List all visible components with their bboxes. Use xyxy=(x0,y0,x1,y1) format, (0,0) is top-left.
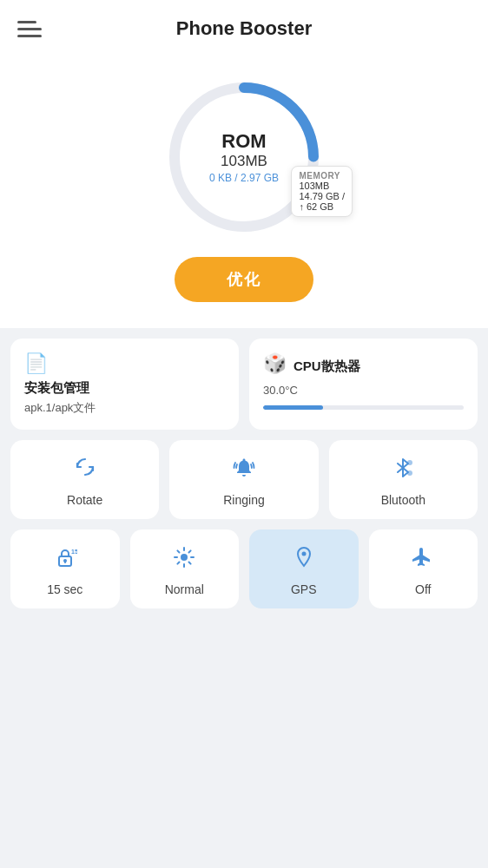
rom-card: ROM 103MB 0 KB / 2.97 GB MEMORY 103MB 14… xyxy=(0,49,488,328)
svg-line-13 xyxy=(178,550,180,552)
mem-line3: ↑ 62 GB xyxy=(299,201,345,212)
cpu-progress-bar xyxy=(263,405,464,410)
bluetooth-label: Blutooth xyxy=(381,493,425,507)
svg-line-16 xyxy=(178,562,180,564)
quick-normal[interactable]: Normal xyxy=(130,529,240,608)
feature-cards-row: 📄 安装包管理 apk.1/apk文件 🎲 CPU散热器 30.0°C xyxy=(0,328,488,430)
gauge-container: ROM 103MB 0 KB / 2.97 GB MEMORY 103MB 14… xyxy=(162,75,326,240)
mem-label: MEMORY xyxy=(299,171,345,181)
quick-ringing[interactable]: Ringing xyxy=(169,440,318,519)
package-title: 安装包管理 xyxy=(24,380,225,397)
rotate-label: Rotate xyxy=(67,493,102,507)
cpu-icon: 🎲 xyxy=(263,352,287,375)
svg-point-3 xyxy=(407,470,412,476)
gauge-sub: 0 KB / 2.97 GB xyxy=(209,172,279,184)
mem-value: 103MB xyxy=(299,181,345,191)
svg-line-15 xyxy=(189,550,191,552)
cpu-temp: 30.0°C xyxy=(263,384,464,397)
svg-text:15: 15 xyxy=(71,549,77,555)
memory-tooltip: MEMORY 103MB 14.79 GB / ↑ 62 GB xyxy=(291,166,353,217)
package-icon: 📄 xyxy=(24,352,225,375)
timer-label: 15 sec xyxy=(47,582,82,596)
quick-gps[interactable]: GPS xyxy=(249,529,359,608)
cpu-title: CPU散热器 xyxy=(293,358,360,375)
page-title: Phone Booster xyxy=(176,17,312,40)
gps-label: GPS xyxy=(291,582,317,596)
svg-rect-6 xyxy=(64,561,66,563)
timer-icon: 15 xyxy=(53,545,77,575)
ringing-icon xyxy=(232,456,256,486)
quick-bluetooth[interactable]: Blutooth xyxy=(329,440,478,519)
quick-settings-row2: 15 15 sec Normal xyxy=(0,519,488,619)
svg-line-14 xyxy=(189,562,191,564)
normal-label: Normal xyxy=(165,582,204,596)
rotate-icon xyxy=(73,456,97,486)
cpu-cooler-card[interactable]: 🎲 CPU散热器 30.0°C xyxy=(249,339,478,430)
header: Phone Booster xyxy=(0,0,488,49)
mem-line2: 14.79 GB / xyxy=(299,191,345,201)
quick-rotate[interactable]: Rotate xyxy=(10,440,159,519)
bluetooth-icon xyxy=(391,456,415,486)
gauge-center: ROM 103MB 0 KB / 2.97 GB xyxy=(209,130,279,184)
optimize-button[interactable]: 优化 xyxy=(175,257,313,302)
normal-icon xyxy=(172,545,196,575)
package-manager-card[interactable]: 📄 安装包管理 apk.1/apk文件 xyxy=(10,339,239,430)
cpu-progress-fill xyxy=(263,405,323,410)
quick-settings-row1: Rotate Ringing Blu xyxy=(0,430,488,519)
off-label: Off xyxy=(415,582,431,596)
gauge-label: ROM xyxy=(209,130,279,153)
svg-point-2 xyxy=(407,460,412,465)
menu-icon[interactable] xyxy=(17,21,42,37)
gauge-value: 103MB xyxy=(209,153,279,170)
svg-point-8 xyxy=(181,554,188,561)
gps-icon xyxy=(292,545,316,575)
quick-timer[interactable]: 15 15 sec xyxy=(10,529,120,608)
off-icon xyxy=(411,545,435,575)
package-sub: apk.1/apk文件 xyxy=(24,400,225,416)
svg-point-17 xyxy=(301,552,306,556)
ringing-label: Ringing xyxy=(223,493,264,507)
quick-off[interactable]: Off xyxy=(369,529,478,608)
